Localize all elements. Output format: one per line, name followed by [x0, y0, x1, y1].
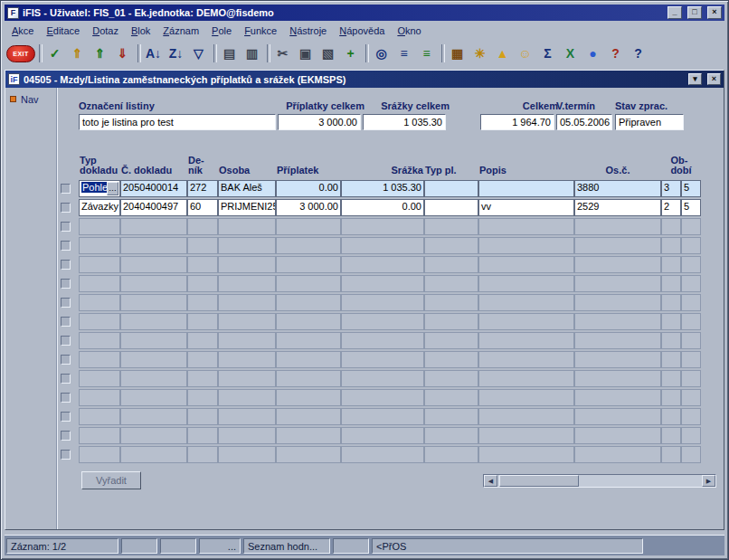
- row-checkbox-11[interactable]: [61, 393, 71, 403]
- sigma-icon[interactable]: Σ: [536, 43, 559, 64]
- menu-editace[interactable]: Editace: [41, 24, 87, 38]
- detach-window-icon[interactable]: ▾: [688, 73, 702, 85]
- row-checkbox-14[interactable]: [61, 450, 71, 460]
- stav-zprac-field[interactable]: Připraven: [615, 114, 684, 130]
- cell-r11c8: [574, 389, 661, 406]
- cell-r1c5[interactable]: 0.00: [341, 199, 424, 216]
- row-checkbox-3[interactable]: [61, 241, 71, 251]
- cell-r1c9[interactable]: 2: [661, 199, 681, 216]
- scrollbar-thumb[interactable]: [499, 475, 579, 487]
- cell-r1c8[interactable]: 2529: [574, 199, 661, 216]
- priplatky-celkem-field[interactable]: 3 000.00: [278, 114, 361, 130]
- warning-icon[interactable]: ▲: [491, 43, 514, 64]
- cut-icon[interactable]: ✂: [271, 43, 294, 64]
- paste-icon[interactable]: ▧: [317, 43, 339, 64]
- list-icon[interactable]: ≡: [393, 43, 415, 64]
- insert-record-icon[interactable]: +: [339, 43, 362, 64]
- menu-funkce[interactable]: Funkce: [239, 24, 284, 38]
- row-checkbox-4[interactable]: [61, 260, 71, 270]
- row-checkbox-9[interactable]: [61, 355, 71, 365]
- list-values-icon[interactable]: ≡: [415, 43, 438, 64]
- excel-icon[interactable]: X: [559, 43, 582, 64]
- menu-zaznam[interactable]: Záznam: [157, 24, 206, 38]
- cell-r5c0: [79, 275, 120, 292]
- cell-r1c10[interactable]: 5: [681, 199, 701, 216]
- row-checkbox-6[interactable]: [61, 298, 71, 308]
- vtermin-field[interactable]: 05.05.2006: [556, 114, 612, 130]
- exit-button[interactable]: EXIT: [6, 45, 35, 62]
- table-row-13: [58, 427, 724, 445]
- cell-r0c5[interactable]: 1 035.30: [341, 180, 424, 197]
- cell-r0c7[interactable]: [478, 180, 574, 197]
- cell-r10c4: [276, 370, 341, 387]
- calendar-icon[interactable]: ☺: [514, 43, 536, 64]
- row-checkbox-2[interactable]: [61, 222, 71, 232]
- cell-r1c3[interactable]: PRIJMENI2529: [218, 199, 276, 216]
- cell-r1c2[interactable]: 60: [187, 199, 218, 216]
- menu-pole[interactable]: Pole: [206, 24, 239, 38]
- row-checkbox-1[interactable]: [61, 203, 71, 213]
- srazky-celkem-field[interactable]: 1 035.30: [363, 114, 446, 130]
- row-checkbox-8[interactable]: [61, 336, 71, 346]
- oznaceni-listiny-field[interactable]: toto je listina pro test: [79, 114, 276, 130]
- row-checkbox-5[interactable]: [61, 279, 71, 289]
- close-folder-icon[interactable]: ⇓: [111, 43, 134, 64]
- cell-r0c1[interactable]: 2050400014: [120, 180, 187, 197]
- minimize-button[interactable]: _: [667, 6, 682, 19]
- celkem-field[interactable]: 1 964.70: [480, 114, 554, 130]
- table-horizontal-scrollbar[interactable]: ◀ ▶: [483, 474, 716, 488]
- cell-r1c4[interactable]: 3 000.00: [276, 199, 341, 216]
- close-window-icon[interactable]: ×: [707, 73, 721, 85]
- menu-napoveda[interactable]: Nápověda: [334, 24, 392, 38]
- cell-r13c10: [681, 427, 701, 444]
- cell-r0c4[interactable]: 0.00: [276, 180, 341, 197]
- row-checkbox-10[interactable]: [61, 374, 71, 384]
- row-checkbox-7[interactable]: [61, 317, 71, 327]
- filter-icon[interactable]: ▽: [187, 43, 210, 64]
- nav-tab[interactable]: Nav: [21, 94, 39, 105]
- menu-blok[interactable]: Blok: [126, 24, 157, 38]
- menu-dotaz[interactable]: Dotaz: [87, 24, 126, 38]
- cell-r2c0: [79, 218, 120, 235]
- print-preview-icon[interactable]: ▥: [241, 43, 263, 64]
- print-icon[interactable]: ▤: [218, 43, 241, 64]
- cell-r1c6[interactable]: [424, 199, 478, 216]
- lov-button[interactable]: …: [107, 182, 118, 195]
- menu-nastroje[interactable]: Nástroje: [284, 24, 334, 38]
- sort-asc-icon[interactable]: A↓: [142, 43, 165, 64]
- cell-r0c6[interactable]: [424, 180, 478, 197]
- vyradit-button[interactable]: Vyřadit: [81, 471, 141, 489]
- cell-r1c7[interactable]: vv: [478, 199, 574, 216]
- run-help-icon[interactable]: ?: [604, 43, 627, 64]
- cell-r0c10[interactable]: 5: [681, 180, 701, 197]
- cell-r1c0[interactable]: Závazky: [79, 199, 120, 216]
- gear-icon[interactable]: ✳: [469, 43, 491, 64]
- add-folder-icon[interactable]: ⇑: [89, 43, 111, 64]
- row-checkbox-0[interactable]: [61, 184, 71, 194]
- help-icon[interactable]: ?: [627, 43, 649, 64]
- sort-desc-icon[interactable]: Z↓: [165, 43, 187, 64]
- calculator-icon[interactable]: ▦: [446, 43, 469, 64]
- scrollbar-track[interactable]: [497, 475, 702, 487]
- open-folder-icon[interactable]: ⇑: [66, 43, 89, 64]
- cell-r0c0[interactable]: Pohle…: [79, 180, 120, 197]
- scroll-left-icon[interactable]: ◀: [484, 475, 497, 487]
- cell-r0c2[interactable]: 272: [187, 180, 218, 197]
- cell-r0c8[interactable]: 3880: [574, 180, 661, 197]
- close-button[interactable]: ×: [707, 6, 722, 19]
- globe-icon[interactable]: ●: [582, 43, 604, 64]
- cell-r1c1[interactable]: 2040400497: [120, 199, 187, 216]
- cell-r4c0: [79, 256, 120, 273]
- search-icon[interactable]: ◎: [370, 43, 393, 64]
- scroll-right-icon[interactable]: ▶: [702, 475, 715, 487]
- row-checkbox-12[interactable]: [61, 412, 71, 422]
- save-icon[interactable]: ✓: [43, 43, 66, 64]
- menu-akce[interactable]: Akce: [6, 24, 41, 38]
- restore-button[interactable]: □: [687, 6, 702, 19]
- copy-icon[interactable]: ▣: [294, 43, 317, 64]
- cell-r0c9[interactable]: 3: [661, 180, 681, 197]
- cell-r11c2: [187, 389, 218, 406]
- cell-r0c3[interactable]: BAK Aleš: [218, 180, 276, 197]
- menu-okno[interactable]: Okno: [392, 24, 428, 38]
- row-checkbox-13[interactable]: [61, 431, 71, 441]
